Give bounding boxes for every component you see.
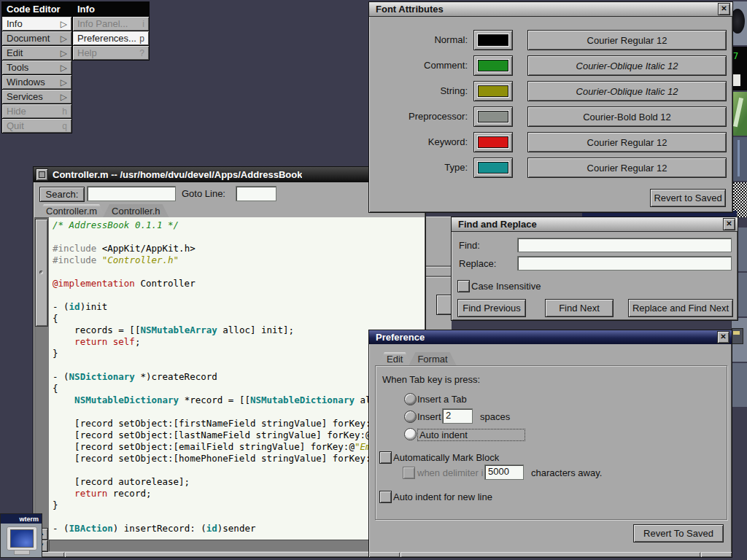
vertical-scrollbar[interactable]: ▲ ▼	[34, 217, 49, 551]
font-select-button[interactable]: Courier Regular 12	[527, 158, 727, 178]
tab-controller-h[interactable]: Controller.h	[103, 204, 169, 217]
find-label: Find:	[459, 240, 480, 251]
revert-to-saved-button[interactable]: Revert To Saved	[633, 524, 724, 542]
font-attributes-titlebar[interactable]: Font Attributes ✕	[369, 2, 732, 17]
preference-titlebar[interactable]: Preference ✕	[369, 330, 732, 344]
font-select-button[interactable]: Courier-Oblique Italic 12	[527, 55, 727, 76]
auto-indent-newline-checkbox[interactable]	[379, 491, 392, 503]
dock-tile-streak[interactable]	[731, 137, 747, 181]
tab-edit[interactable]: Edit	[378, 352, 411, 365]
search-input[interactable]	[87, 186, 176, 201]
find-previous-button[interactable]: Find Previous	[457, 299, 526, 317]
submenu-item-info-panel[interactable]: Info Panel...i	[73, 17, 149, 31]
replace-input[interactable]	[517, 256, 732, 271]
font-attr-label: String:	[376, 85, 468, 96]
info-submenu-title[interactable]: Info	[73, 2, 149, 16]
editor-titlebar[interactable]: Controller.m -- /usr/home/dvu/devel/Apps…	[34, 167, 425, 182]
find-input[interactable]	[517, 238, 732, 252]
font-select-button[interactable]: Courier Regular 12	[527, 30, 727, 50]
radio-insert-a-tab[interactable]	[404, 393, 417, 405]
main-menu-title[interactable]: Code Editor	[2, 2, 71, 16]
delimiter-input[interactable]: 5000	[484, 464, 524, 480]
menu-item-services[interactable]: Services▷	[2, 90, 71, 104]
tab-format[interactable]: Format	[409, 352, 456, 365]
menu-item-edit[interactable]: Edit▷	[2, 46, 71, 60]
font-select-button[interactable]: Courier Regular 12	[527, 132, 727, 152]
code-token-t: NSMutableArray	[140, 324, 217, 335]
submenu-item-help[interactable]: Help?	[73, 46, 149, 60]
wterm-app-icon[interactable]: wterm	[0, 513, 42, 558]
radio-insert[interactable]	[404, 411, 417, 423]
dock-tile-machine[interactable]	[731, 318, 747, 362]
code-token-t: NSMutableDictionary	[250, 394, 355, 405]
code-line: #include <AppKit/AppKit.h>	[53, 243, 425, 254]
scrollbar-thumb[interactable]	[35, 219, 48, 327]
menu-item-hide[interactable]: Hideh	[2, 104, 71, 118]
font-attributes-title: Font Attributes	[376, 4, 444, 15]
case-insensitive-checkbox[interactable]	[457, 280, 470, 292]
color-swatch-button[interactable]	[473, 132, 513, 152]
desktop: 7 Controller.m -- /usr/home/dvu/devel/Ap…	[0, 0, 747, 560]
font-attr-label: Keyword:	[376, 136, 468, 147]
editor-resize-bar[interactable]	[34, 552, 425, 557]
font-attributes-window: Font Attributes ✕ Normal:Courier Regular…	[368, 1, 733, 213]
spaces-suffix-label: spaces	[480, 411, 510, 422]
mark-block-checkbox[interactable]	[379, 451, 392, 464]
delimiter-checkbox[interactable]	[403, 467, 415, 479]
hidden-window-fragment	[425, 217, 452, 332]
dock-tile-plain[interactable]	[731, 363, 747, 407]
goto-line-input[interactable]	[236, 186, 276, 201]
menu-accelerator: i	[142, 19, 144, 29]
font-select-button[interactable]: Courier-Oblique Italic 12	[527, 81, 727, 101]
font-attr-label: Normal:	[376, 34, 468, 45]
close-icon[interactable]: ✕	[723, 218, 735, 230]
menu-item-windows[interactable]: Windows▷	[2, 75, 71, 89]
submenu-arrow-icon: ▷	[61, 92, 67, 102]
code-token-k: return self	[74, 336, 135, 347]
code-line	[53, 289, 425, 301]
delimiter-label: when delimiter i	[417, 467, 483, 478]
replace-and-find-next-button[interactable]: Replace and Find Next	[628, 299, 733, 317]
menu-item-info[interactable]: Info▷	[2, 17, 71, 31]
menu-item-quit[interactable]: Quitq	[2, 119, 71, 133]
radio-auto-indent[interactable]	[404, 428, 417, 440]
revert-to-saved-button[interactable]: Revert to Saved	[650, 189, 726, 207]
code-token-n: [record setObject:[firstNameField string…	[53, 418, 376, 429]
search-button[interactable]: Search:	[39, 187, 85, 202]
code-token-n: }	[53, 499, 58, 510]
submenu-arrow-icon: ▷	[61, 48, 67, 58]
resize-handle-right[interactable]	[701, 552, 732, 557]
dock-tile-clock[interactable]: 7	[731, 47, 747, 90]
find-replace-titlebar[interactable]: Find and Replace ✕	[452, 217, 738, 232]
resize-handle-middle[interactable]	[65, 552, 394, 557]
resize-handle-left[interactable]	[369, 552, 400, 557]
code-token-n: [record setObject:[emailField stringValu…	[53, 441, 355, 452]
monitor-icon	[7, 526, 37, 551]
color-swatch-button[interactable]	[473, 106, 513, 127]
menu-item-label: Hide	[7, 106, 26, 117]
close-icon[interactable]: ✕	[717, 331, 729, 343]
color-swatch-button[interactable]	[473, 30, 513, 50]
miniaturize-button[interactable]	[36, 168, 48, 181]
spaces-count-input[interactable]: 2	[442, 408, 473, 424]
color-swatch-button[interactable]	[473, 81, 513, 101]
monitor-screen-icon	[10, 529, 34, 548]
close-icon[interactable]: ✕	[718, 3, 730, 15]
menu-item-tools[interactable]: Tools▷	[2, 61, 71, 74]
color-swatch-button[interactable]	[473, 158, 513, 178]
menu-item-document[interactable]: Document▷	[2, 31, 71, 45]
font-select-button[interactable]: Courier-Bold Bold 12	[527, 106, 727, 127]
code-line: {	[53, 313, 425, 324]
dock-tile-orb[interactable]	[731, 1, 747, 45]
preference-resize-bar[interactable]	[369, 552, 732, 557]
find-next-button[interactable]: Find Next	[545, 299, 614, 317]
preference-title: Preference	[376, 332, 425, 343]
tab-controller-m[interactable]: Controller.m	[37, 204, 106, 217]
color-swatch-button[interactable]	[473, 55, 513, 76]
submenu-item-preferences[interactable]: Preferences...p	[73, 31, 149, 45]
menu-item-label: Info	[7, 18, 23, 29]
dock-tile-green[interactable]	[731, 92, 747, 136]
menu-item-label: Quit	[7, 120, 24, 131]
resize-handle-middle[interactable]	[400, 552, 700, 557]
code-token-p: #include	[53, 243, 96, 254]
